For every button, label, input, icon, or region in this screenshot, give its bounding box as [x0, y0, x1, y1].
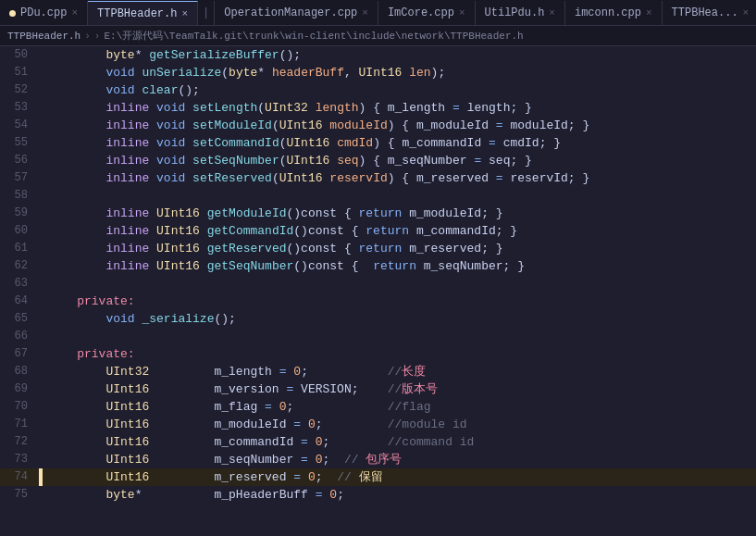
- tab-label: PDu.cpp: [20, 6, 67, 19]
- line-number: 57: [0, 169, 39, 187]
- table-row: 51 void unSerialize(byte* headerBuff, UI…: [0, 64, 756, 81]
- line-number: 53: [0, 99, 39, 117]
- line-number: 52: [0, 81, 39, 99]
- code-content: inline UInt16 getSeqNumber()const { retu…: [43, 257, 756, 275]
- code-content: void clear();: [43, 81, 756, 99]
- code-content: UInt16 m_version = VERSION; //版本号: [43, 380, 756, 398]
- tab-label: OperationManager.cpp: [224, 6, 357, 19]
- tab-label: UtilPdu.h: [485, 6, 545, 19]
- modified-indicator: [9, 10, 16, 17]
- table-row: 56 inline void setSeqNumber(UInt16 seq) …: [0, 152, 756, 169]
- table-row: 73 UInt16 m_seqNumber = 0; // 包序号: [0, 451, 756, 468]
- tab-close-icon[interactable]: ×: [646, 7, 652, 19]
- table-row: 54 inline void setModuleId(UInt16 module…: [0, 117, 756, 134]
- table-row: 60 inline UInt16 getCommandId()const { r…: [0, 222, 756, 240]
- line-number: 51: [0, 64, 39, 81]
- code-content: inline void setLength(UInt32 length) { m…: [43, 99, 756, 117]
- code-content: [43, 275, 756, 293]
- line-number: 54: [0, 117, 39, 134]
- code-content: byte* getSerializeBuffer();: [43, 46, 756, 64]
- tab-imconn[interactable]: imconn.cpp ×: [565, 1, 663, 25]
- line-number: 69: [0, 380, 39, 398]
- line-number: 58: [0, 187, 39, 205]
- tab-ttpbheader[interactable]: TTPBHeader.h ×: [88, 1, 198, 25]
- code-content: inline UInt16 getModuleId()const { retur…: [43, 205, 756, 222]
- tab-close-icon[interactable]: ×: [459, 7, 465, 19]
- tab-separator: |: [198, 1, 215, 25]
- tab-close-icon[interactable]: ×: [743, 7, 750, 19]
- table-row: 57 inline void setReserved(UInt16 reserv…: [0, 169, 756, 187]
- code-content: inline UInt16 getCommandId()const { retu…: [43, 222, 756, 240]
- code-content: inline void setCommandId(UInt16 cmdId) {…: [43, 134, 756, 152]
- tab-close-icon[interactable]: ×: [362, 7, 368, 19]
- table-row: 72 UInt16 m_commandId = 0; //command id: [0, 433, 756, 451]
- line-number: 72: [0, 433, 39, 451]
- breadcrumb-filename: TTPBHeader.h: [7, 31, 81, 42]
- tab-close-icon[interactable]: ×: [181, 8, 188, 19]
- line-number: 68: [0, 363, 39, 380]
- line-number: 61: [0, 240, 39, 257]
- tab-label: ImCore.cpp: [388, 6, 454, 19]
- table-row: 50 byte* getSerializeBuffer();: [0, 46, 756, 64]
- tab-close-icon[interactable]: ×: [549, 7, 555, 19]
- code-content: UInt16 m_commandId = 0; //command id: [43, 433, 756, 451]
- table-row: 53 inline void setLength(UInt32 length) …: [0, 99, 756, 117]
- table-row: 65 void _serialize();: [0, 310, 756, 328]
- code-content: private:: [43, 293, 756, 310]
- tab-utilpdu[interactable]: UtilPdu.h ×: [476, 1, 565, 25]
- tab-pdu-cpp[interactable]: PDu.cpp ×: [0, 1, 88, 25]
- code-content: UInt16 m_seqNumber = 0; // 包序号: [43, 451, 756, 468]
- table-row: 75 byte* m_pHeaderBuff = 0;: [0, 486, 756, 504]
- table-row: 67 private:: [0, 345, 756, 363]
- code-content: inline UInt16 getReserved()const { retur…: [43, 240, 756, 257]
- table-row: 52 void clear();: [0, 81, 756, 99]
- table-row: 59 inline UInt16 getModuleId()const { re…: [0, 205, 756, 222]
- tab-bar: PDu.cpp × TTPBHeader.h × | OperationMana…: [0, 0, 756, 26]
- tab-imcore[interactable]: ImCore.cpp ×: [378, 1, 476, 25]
- line-number: 56: [0, 152, 39, 169]
- tab-operationmanager[interactable]: OperationManager.cpp ×: [215, 1, 378, 25]
- table-row: 62 inline UInt16 getSeqNumber()const { r…: [0, 257, 756, 275]
- line-number: 60: [0, 222, 39, 240]
- tab-label: TTPBHeader.h: [97, 7, 177, 20]
- table-row: 70 UInt16 m_flag = 0; //flag: [0, 398, 756, 416]
- breadcrumb-arrow2: ›: [94, 31, 101, 42]
- table-row: 74 UInt16 m_reserved = 0; // 保留: [0, 468, 756, 486]
- code-editor[interactable]: 50 byte* getSerializeBuffer(); 51 void u…: [0, 46, 756, 536]
- code-content: byte* m_pHeaderBuff = 0;: [43, 486, 756, 504]
- table-row: 64 private:: [0, 293, 756, 310]
- table-row: 71 UInt16 m_moduleId = 0; //module id: [0, 416, 756, 433]
- line-number: 50: [0, 46, 39, 64]
- line-number: 67: [0, 345, 39, 363]
- table-row: 63: [0, 275, 756, 293]
- code-content: UInt16 m_flag = 0; //flag: [43, 398, 756, 416]
- line-number: 55: [0, 134, 39, 152]
- line-number: 74: [0, 468, 39, 486]
- tab-label: imconn.cpp: [575, 6, 641, 19]
- table-row: 69 UInt16 m_version = VERSION; //版本号: [0, 380, 756, 398]
- code-content: UInt16 m_moduleId = 0; //module id: [43, 416, 756, 433]
- table-row: 66: [0, 328, 756, 345]
- code-content: private:: [43, 345, 756, 363]
- line-number: 70: [0, 398, 39, 416]
- line-number: 64: [0, 293, 39, 310]
- code-content: UInt16 m_reserved = 0; // 保留: [43, 468, 756, 486]
- tab-label: TTPBHea...: [672, 6, 738, 19]
- breadcrumb: TTPBHeader.h › › E:\开源代码\TeamTalk.git\tr…: [0, 26, 756, 46]
- code-content: inline void setReserved(UInt16 reservId)…: [43, 169, 756, 187]
- breadcrumb-arrow: ›: [84, 31, 91, 42]
- code-content: void unSerialize(byte* headerBuff, UInt1…: [43, 64, 756, 81]
- code-content: [43, 187, 756, 205]
- line-number: 75: [0, 486, 39, 504]
- tab-close-icon[interactable]: ×: [71, 7, 78, 19]
- table-row: 68 UInt32 m_length = 0; //长度: [0, 363, 756, 380]
- code-content: inline void setSeqNumber(UInt16 seq) { m…: [43, 152, 756, 169]
- line-number: 63: [0, 275, 39, 293]
- code-content: [43, 328, 756, 345]
- line-number: 59: [0, 205, 39, 222]
- line-number: 62: [0, 257, 39, 275]
- tab-ttpbhea2[interactable]: TTPBHea... ×: [663, 1, 756, 25]
- breadcrumb-path: E:\开源代码\TeamTalk.git\trunk\win-client\in…: [104, 29, 523, 43]
- line-number: 66: [0, 328, 39, 345]
- line-number: 71: [0, 416, 39, 433]
